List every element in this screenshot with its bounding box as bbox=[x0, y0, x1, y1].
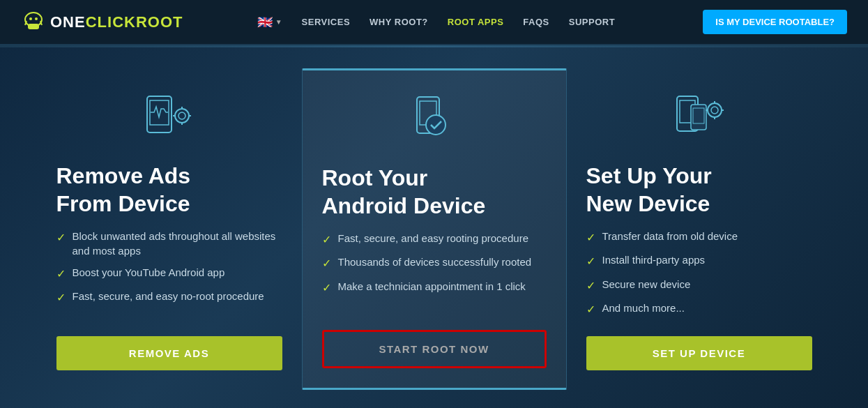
feature-item: ✓ Boost your YouTube Android app bbox=[56, 265, 282, 282]
setup-device-features: ✓ Transfer data from old device ✓ Instal… bbox=[586, 229, 812, 318]
root-android-icon-area bbox=[322, 91, 547, 147]
logo-text-click: CLICK bbox=[86, 13, 136, 31]
svg-point-16 bbox=[426, 115, 446, 135]
feature-item: ✓ Block unwanted ads throughout all webs… bbox=[56, 229, 282, 258]
feature-item: ✓ Fast, secure, and easy rooting procedu… bbox=[322, 231, 547, 248]
setup-device-button[interactable]: SET UP DEVICE bbox=[586, 336, 812, 370]
feature-item: ✓ Fast, secure, and easy no-root procedu… bbox=[56, 289, 282, 305]
feature-item: ✓ Thousands of devices successfully root… bbox=[322, 255, 547, 271]
check-icon: ✓ bbox=[586, 254, 595, 269]
root-android-title: Root Your Android Device bbox=[322, 164, 547, 220]
remove-ads-features: ✓ Block unwanted ads throughout all webs… bbox=[56, 229, 282, 318]
check-icon: ✓ bbox=[56, 266, 66, 282]
check-icon: ✓ bbox=[56, 290, 66, 305]
feature-item: ✓ And much more... bbox=[586, 301, 812, 317]
check-icon: ✓ bbox=[322, 232, 331, 248]
svg-point-2 bbox=[35, 17, 38, 20]
nav-link-services[interactable]: SERVICES bbox=[302, 17, 351, 27]
start-root-button[interactable]: START ROOT NOW bbox=[322, 330, 547, 368]
flag-icon: 🇬🇧 bbox=[257, 15, 273, 30]
check-icon: ✓ bbox=[586, 302, 595, 317]
nav-link-root-apps[interactable]: ROOT APPS bbox=[448, 17, 504, 27]
root-android-icon bbox=[406, 91, 462, 147]
nav-link-faqs[interactable]: FAQS bbox=[523, 17, 549, 27]
logo-text-root: ROOT bbox=[136, 13, 183, 31]
check-icon: ✓ bbox=[322, 256, 331, 271]
svg-point-8 bbox=[175, 109, 189, 123]
setup-device-title: Set Up Your New Device bbox=[586, 162, 812, 218]
setup-device-icon bbox=[671, 89, 727, 145]
check-icon: ✓ bbox=[322, 280, 331, 296]
svg-point-22 bbox=[711, 107, 718, 114]
svg-rect-3 bbox=[28, 24, 39, 29]
logo-text-one: ONE bbox=[50, 13, 86, 31]
remove-ads-button[interactable]: REMOVE ADS bbox=[56, 336, 282, 370]
remove-ads-icon bbox=[142, 89, 197, 145]
feature-item: ✓ Transfer data from old device bbox=[586, 229, 812, 245]
nav-link-support[interactable]: SUPPORT bbox=[569, 17, 615, 27]
remove-ads-card: Remove Ads From Device ✓ Block unwanted … bbox=[37, 68, 302, 390]
check-icon: ✓ bbox=[586, 230, 595, 245]
remove-ads-icon-area bbox=[56, 89, 282, 145]
root-android-card: Root Your Android Device ✓ Fast, secure,… bbox=[302, 68, 567, 390]
svg-point-9 bbox=[178, 112, 185, 119]
nav-links: SERVICES WHY ROOT? ROOT APPS FAQS SUPPOR… bbox=[302, 17, 616, 27]
main-content: Remove Ads From Device ✓ Block unwanted … bbox=[0, 47, 868, 408]
root-android-features: ✓ Fast, secure, and easy rooting procedu… bbox=[322, 231, 547, 312]
check-icon: ✓ bbox=[586, 278, 595, 294]
feature-item: ✓ Secure new device bbox=[586, 277, 812, 294]
navbar: ONECLICKROOT 🇬🇧 ▼ SERVICES WHY ROOT? ROO… bbox=[0, 0, 868, 45]
nav-link-why-root[interactable]: WHY ROOT? bbox=[370, 17, 428, 27]
language-selector[interactable]: 🇬🇧 ▼ bbox=[257, 15, 282, 30]
feature-item: ✓ Make a technician appointment in 1 cli… bbox=[322, 279, 547, 296]
setup-device-card: Set Up Your New Device ✓ Transfer data f… bbox=[567, 68, 832, 390]
check-icon: ✓ bbox=[56, 230, 66, 245]
logo-icon bbox=[21, 10, 46, 35]
remove-ads-title: Remove Ads From Device bbox=[56, 162, 282, 218]
nav-center: 🇬🇧 ▼ SERVICES WHY ROOT? ROOT APPS FAQS S… bbox=[183, 15, 689, 30]
feature-item: ✓ Install third-party apps bbox=[586, 252, 812, 269]
setup-device-icon-area bbox=[586, 89, 812, 145]
device-rootable-button[interactable]: IS MY DEVICE ROOTABLE? bbox=[703, 10, 847, 34]
logo[interactable]: ONECLICKROOT bbox=[21, 10, 183, 35]
chevron-down-icon: ▼ bbox=[275, 18, 282, 26]
svg-point-21 bbox=[708, 103, 722, 117]
svg-point-1 bbox=[29, 17, 32, 20]
